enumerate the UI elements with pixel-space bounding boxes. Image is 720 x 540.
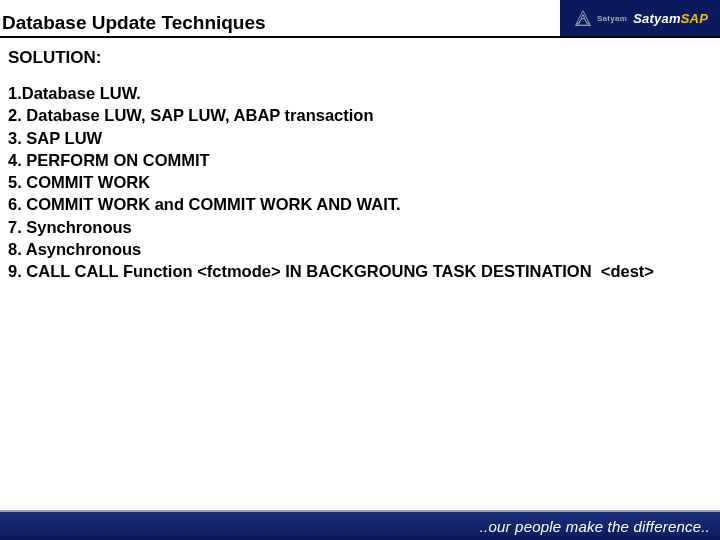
list-item: 4. PERFORM ON COMMIT [8,149,714,171]
page-title: Database Update Techniques [0,0,560,38]
satyam-logo-text: Satyam [597,14,627,23]
satyam-logo: Satyam [572,7,627,29]
solution-heading: SOLUTION: [8,48,714,68]
footer-tagline: ..our people make the difference.. [480,518,710,535]
list-item: 1.Database LUW. [8,82,714,104]
brand-primary: Satyam [633,11,680,26]
footer-bar: ..our people make the difference.. [0,510,720,540]
list-item: 8. Asynchronous [8,238,714,260]
logo-strip: Satyam SatyamSAP [560,0,720,36]
header-bar: Database Update Techniques Satyam Satyam… [0,0,720,38]
list-item: 6. COMMIT WORK and COMMIT WORK AND WAIT. [8,193,714,215]
list-item: 2. Database LUW, SAP LUW, ABAP transacti… [8,104,714,126]
content-area: SOLUTION: 1.Database LUW. 2. Database LU… [0,38,720,282]
satyam-mark-icon [572,7,594,29]
list-item: 7. Synchronous [8,216,714,238]
list-item: 9. CALL CALL Function <fctmode> IN BACKG… [8,260,714,282]
brand-text: SatyamSAP [633,11,708,26]
brand-suffix: SAP [681,11,708,26]
answers-list: 1.Database LUW. 2. Database LUW, SAP LUW… [8,82,714,282]
list-item: 5. COMMIT WORK [8,171,714,193]
list-item: 3. SAP LUW [8,127,714,149]
